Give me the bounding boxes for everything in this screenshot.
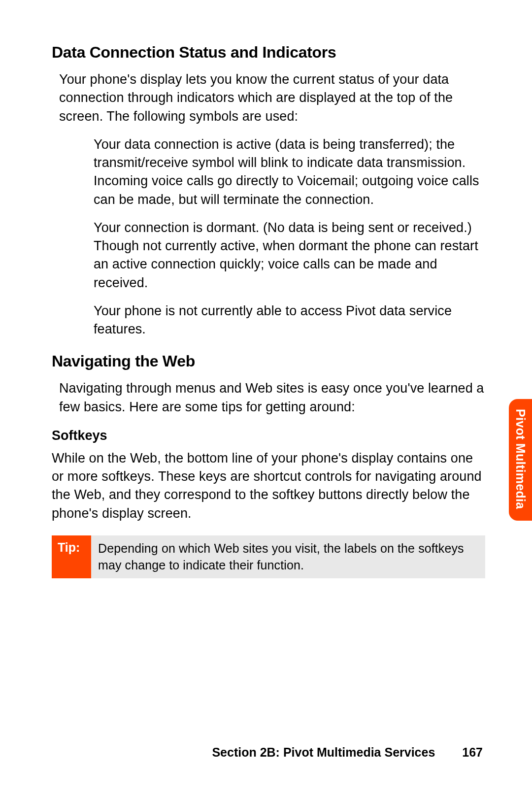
footer-page-number: 167	[462, 745, 483, 759]
side-tab: Pivot Multimedia	[509, 399, 532, 521]
indicator-dormant: Your connection is dormant. (No data is …	[94, 219, 485, 292]
page-content: Data Connection Status and Indicators Yo…	[0, 0, 532, 578]
heading-softkeys: Softkeys	[52, 428, 485, 443]
tip-body: Depending on which Web sites you visit, …	[91, 535, 485, 579]
page-footer: Section 2B: Pivot Multimedia Services 16…	[212, 745, 483, 760]
tip-label: Tip:	[52, 535, 91, 579]
intro-paragraph: Your phone's display lets you know the c…	[59, 70, 485, 126]
indicator-unavailable: Your phone is not currently able to acce…	[94, 302, 485, 339]
navigating-paragraph: Navigating through menus and Web sites i…	[59, 379, 485, 416]
heading-data-connection: Data Connection Status and Indicators	[52, 43, 485, 62]
softkeys-paragraph: While on the Web, the bottom line of you…	[52, 449, 485, 523]
tip-box: Tip: Depending on which Web sites you vi…	[52, 535, 485, 579]
indicator-active: Your data connection is active (data is …	[94, 135, 485, 209]
footer-section: Section 2B: Pivot Multimedia Services	[212, 745, 435, 759]
heading-navigating: Navigating the Web	[52, 352, 485, 370]
